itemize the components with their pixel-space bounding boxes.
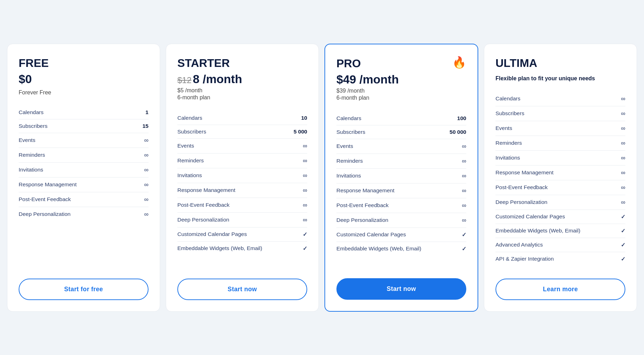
feature-name: Calendars (495, 95, 520, 102)
feature-value: ∞ (621, 184, 625, 191)
feature-value: 1 (145, 109, 149, 116)
feature-name: Reminders (19, 152, 45, 158)
price-new: 8 /month (193, 73, 242, 86)
feature-value: ∞ (462, 157, 466, 165)
cta-button-pro[interactable]: Start now (336, 278, 466, 300)
feature-row: Reminders ∞ (336, 154, 466, 169)
cta-button-starter[interactable]: Start now (177, 279, 307, 300)
feature-name: Deep Personalization (495, 199, 548, 205)
feature-row: Embeddable Widgets (Web, Email) ✓ (495, 224, 625, 238)
feature-value: ✓ (621, 213, 625, 220)
feature-row: Events ∞ (19, 133, 149, 148)
feature-row: Customized Calendar Pages ✓ (495, 210, 625, 224)
feature-name: Post-Event Feedback (336, 202, 389, 208)
feature-value: ∞ (144, 196, 149, 203)
feature-row: Embeddable Widgets (Web, Email) ✓ (336, 242, 466, 256)
feature-value: ∞ (303, 142, 307, 150)
feature-value: ∞ (621, 125, 625, 132)
feature-value: ✓ (462, 231, 466, 238)
feature-row: Calendars 1 (19, 106, 149, 119)
plan-name: FREE (19, 57, 149, 70)
feature-name: Events (495, 125, 512, 131)
plan-price-secondary: $39 /month (336, 88, 466, 94)
features-list: Calendars 10 Subscribers 5 000 Events ∞ … (177, 111, 307, 266)
feature-name: Events (177, 143, 194, 149)
feature-name: Customized Calendar Pages (336, 231, 406, 238)
feature-row: Invitations ∞ (177, 168, 307, 183)
feature-name: Embeddable Widgets (Web, Email) (495, 228, 580, 234)
feature-row: Subscribers 5 000 (177, 125, 307, 139)
feature-name: Embeddable Widgets (Web, Email) (336, 245, 421, 252)
feature-row: Deep Personalization ∞ (495, 195, 625, 210)
feature-name: Calendars (177, 115, 202, 121)
feature-row: Reminders ∞ (177, 154, 307, 168)
plan-price-tertiary: 6-month plan (177, 94, 307, 101)
feature-name: Embeddable Widgets (Web, Email) (177, 245, 262, 251)
feature-name: Events (336, 143, 353, 149)
feature-value: ∞ (303, 157, 307, 164)
feature-name: Reminders (495, 140, 522, 146)
feature-value: 15 (143, 123, 149, 129)
feature-row: Response Management ∞ (336, 183, 466, 198)
feature-name: Subscribers (495, 110, 524, 117)
feature-value: 100 (457, 115, 466, 122)
feature-name: Reminders (177, 157, 204, 164)
feature-row: Post-Event Feedback ∞ (495, 180, 625, 195)
feature-value: ∞ (144, 137, 149, 144)
feature-row: Subscribers ∞ (495, 106, 625, 121)
plan-name: ULTIMA (495, 57, 625, 70)
feature-value: ∞ (621, 95, 625, 102)
feature-value: ∞ (144, 151, 149, 159)
feature-value: ∞ (621, 154, 625, 162)
pricing-container: FREE $0 Forever Free Calendars 1 Subscri… (7, 44, 637, 312)
feature-value: ∞ (462, 187, 466, 194)
feature-value: ✓ (621, 228, 625, 234)
plan-card-pro: 🔥PRO $49 /month $39 /month 6-month plan … (324, 44, 478, 312)
feature-row: Post-Event Feedback ∞ (19, 192, 149, 207)
feature-name: Deep Personalization (19, 211, 71, 217)
price-value: $0 (19, 73, 32, 86)
feature-name: Response Management (495, 169, 554, 176)
features-list: Calendars ∞ Subscribers ∞ Events ∞ Remin… (495, 92, 625, 266)
feature-value: 50 000 (450, 129, 466, 135)
feature-row: Response Management ∞ (177, 183, 307, 198)
feature-value: ∞ (621, 169, 625, 176)
feature-name: Subscribers (336, 129, 365, 135)
feature-name: Response Management (19, 181, 77, 188)
feature-row: Deep Personalization ∞ (19, 207, 149, 222)
feature-value: ∞ (144, 211, 149, 218)
features-list: Calendars 100 Subscribers 50 000 Events … (336, 112, 466, 266)
feature-name: Post-Event Feedback (177, 202, 229, 208)
feature-name: Response Management (177, 187, 235, 193)
plan-price-tertiary: 6-month plan (336, 95, 466, 101)
feature-name: Deep Personalization (336, 217, 389, 223)
feature-value: ∞ (462, 202, 466, 209)
feature-row: Calendars 10 (177, 111, 307, 125)
feature-value: ✓ (462, 245, 466, 252)
feature-value: 5 000 (293, 129, 307, 135)
price-strikethrough: $12 (177, 75, 191, 85)
feature-name: Reminders (336, 158, 363, 164)
feature-row: Reminders ∞ (19, 148, 149, 163)
feature-name: Calendars (19, 109, 44, 116)
feature-value: ∞ (303, 216, 307, 224)
feature-row: Deep Personalization ∞ (336, 213, 466, 228)
feature-name: Invitations (177, 172, 202, 179)
features-list: Calendars 1 Subscribers 15 Events ∞ Remi… (19, 106, 149, 266)
feature-row: Subscribers 50 000 (336, 125, 466, 139)
feature-value: ✓ (621, 256, 625, 262)
feature-value: ✓ (303, 231, 307, 238)
cta-button-ultima[interactable]: Learn more (495, 279, 625, 300)
plan-subtitle: Flexible plan to fit your unique needs (495, 75, 625, 82)
feature-value: ∞ (462, 143, 466, 150)
plan-price: $49 /month (336, 73, 466, 86)
feature-value: ∞ (144, 166, 149, 174)
plan-name: STARTER (177, 57, 307, 70)
feature-value: ∞ (621, 139, 625, 147)
feature-name: Invitations (495, 155, 520, 161)
feature-row: Events ∞ (495, 121, 625, 136)
feature-row: Events ∞ (336, 139, 466, 154)
cta-button-free[interactable]: Start for free (19, 279, 149, 300)
feature-name: Subscribers (19, 123, 48, 129)
feature-row: Reminders ∞ (495, 136, 625, 151)
